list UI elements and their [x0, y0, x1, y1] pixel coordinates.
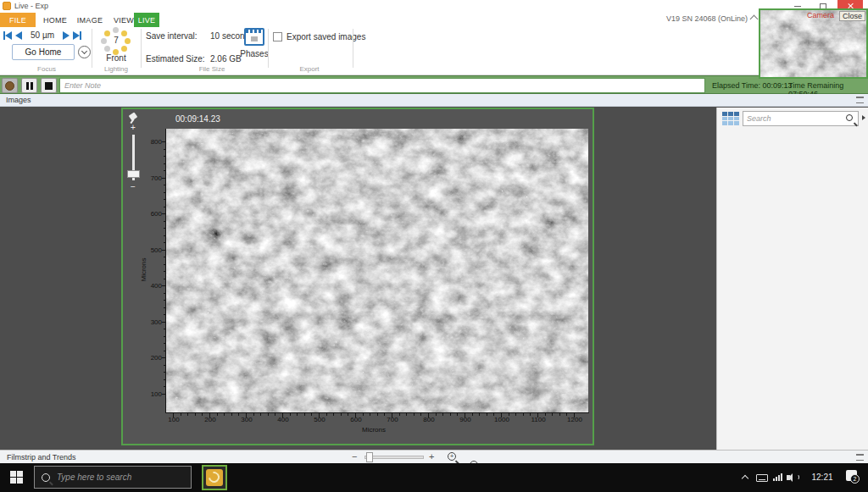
frame-timestamp: 00:09:14.23 [175, 114, 220, 124]
record-note-bar: Elapsed Time: 00:09:13 Time Remaining 07… [0, 75, 868, 94]
y-tick: 100 [128, 390, 162, 398]
sidebar-search-box [743, 111, 859, 126]
export-group-label: Export [280, 65, 339, 73]
app-window: Live - Exp FILE HOME IMAGE VIEW LIVE V19… [0, 0, 868, 492]
hidden-icons-chevron[interactable] [742, 475, 748, 482]
focus-step-value[interactable]: 50 µm [25, 30, 59, 40]
camera-close-button[interactable]: Close [839, 11, 865, 21]
filmstrip-bar: Filmstrip and Trends − + + − [0, 450, 868, 463]
focus-fine-up-button[interactable] [63, 31, 70, 40]
pause-icon [26, 82, 33, 90]
phases-button[interactable] [244, 28, 264, 46]
focus-fine-down-button[interactable] [15, 31, 22, 40]
tab-image[interactable]: IMAGE [73, 13, 107, 27]
images-panel-header: Images [0, 94, 868, 107]
y-tick: 200 [128, 354, 162, 362]
focus-coarse-up-button[interactable] [73, 31, 81, 40]
save-interval-label: Save interval: [146, 31, 198, 41]
start-button[interactable] [10, 471, 23, 484]
search-input[interactable] [747, 113, 840, 124]
ribbon-chrome: Live - Exp FILE HOME IMAGE VIEW LIVE V19… [0, 0, 868, 75]
clock[interactable]: 12:21 [807, 473, 837, 482]
collapse-filmstrip-icon[interactable] [856, 454, 864, 461]
x-tick: 1000 [485, 416, 519, 423]
thumbnail-grid-icon[interactable] [722, 112, 739, 125]
filmstrip-zoom-in-label[interactable]: + [429, 451, 434, 462]
action-center-icon[interactable]: 2 [846, 470, 857, 481]
filmstrip-zoom-out-label[interactable]: − [352, 451, 357, 462]
micrograph-image[interactable] [166, 129, 588, 412]
record-button[interactable] [2, 78, 18, 93]
lighting-group-label: Lighting [93, 65, 139, 73]
x-tick: 800 [412, 416, 446, 423]
filmstrip-zoom-slider-track[interactable] [364, 456, 424, 459]
live-image-panel: + − 00:09:14.23 800 700 600 500 400 300 … [121, 108, 594, 445]
images-panel-title: Images [6, 96, 31, 104]
x-axis-title: Microns [340, 426, 408, 434]
x-tick: 700 [376, 416, 409, 423]
skip-back-icon [5, 31, 12, 40]
phases-label: Phases [238, 49, 270, 58]
tab-live[interactable]: LIVE [134, 13, 159, 27]
stop-button[interactable] [41, 78, 57, 93]
volume-icon[interactable] [787, 473, 798, 482]
file-size-group-label: File Size [182, 65, 242, 73]
y-tick: 300 [128, 318, 162, 326]
touch-keyboard-icon[interactable] [756, 474, 768, 482]
y-tick: 600 [128, 210, 162, 218]
search-icon[interactable] [846, 114, 853, 121]
lighting-value: 7 [102, 36, 131, 45]
export-saved-images-label: Export saved images [287, 32, 365, 41]
camera-preview[interactable]: Camera Close [759, 8, 868, 79]
filmstrip-zoom-slider-thumb[interactable] [366, 452, 373, 462]
focus-more-button[interactable] [78, 46, 91, 58]
tab-file[interactable]: FILE [0, 13, 36, 27]
collapse-panel-icon[interactable] [856, 97, 864, 103]
y-tick: 800 [128, 138, 162, 146]
camera-label: Camera [807, 11, 834, 19]
chevron-down-icon [81, 48, 87, 54]
y-axis-title: Microns [140, 253, 147, 287]
window-title: Live - Exp [14, 2, 48, 10]
taskbar-search-input[interactable] [57, 473, 191, 482]
x-tick: 900 [448, 416, 482, 423]
pause-button[interactable] [21, 78, 37, 93]
focus-coarse-down-button[interactable] [3, 31, 12, 40]
lighting-mode-label: Front [97, 53, 136, 63]
skip-forward-icon [73, 31, 80, 40]
collapse-ribbon-icon[interactable] [750, 15, 759, 24]
lighting-ring[interactable]: 7 [102, 29, 131, 54]
go-home-button[interactable]: Go Home [12, 44, 75, 60]
zoom-in-icon[interactable]: + [448, 452, 456, 461]
x-tick: 400 [266, 416, 300, 423]
x-tick: 1200 [558, 416, 592, 423]
app-icon [206, 469, 223, 486]
focus-group-label: Focus [17, 65, 76, 73]
windows-taskbar: 12:21 2 [0, 463, 868, 492]
viewer-zoom-out-label[interactable]: − [128, 182, 138, 191]
estimated-size-value: 2.06 GB [210, 54, 242, 64]
filmstrip-title: Filmstrip and Trends [7, 453, 76, 462]
workspace: + − 00:09:14.23 800 700 600 500 400 300 … [0, 107, 868, 450]
notification-badge: 2 [850, 474, 860, 484]
network-icon[interactable] [773, 473, 782, 481]
y-tick: 700 [128, 174, 162, 182]
x-tick: 300 [230, 416, 264, 423]
title-bar: Live - Exp [0, 0, 868, 13]
note-input[interactable] [59, 78, 705, 93]
x-tick: 1100 [521, 416, 555, 423]
viewer-zoom-in-label[interactable]: + [128, 123, 138, 132]
images-sidebar [716, 108, 868, 450]
x-tick: 200 [193, 416, 227, 423]
record-icon [5, 81, 14, 91]
calendar-icon [246, 30, 263, 33]
device-status: V19 SN 24068 (OnLine) [653, 14, 748, 23]
export-saved-images-checkbox[interactable] [273, 32, 282, 41]
taskbar-search-box[interactable] [34, 466, 192, 489]
search-icon [42, 473, 50, 482]
sidebar-pin-icon[interactable] [862, 115, 865, 120]
taskbar-app-button[interactable] [202, 465, 227, 490]
tab-home[interactable]: HOME [39, 13, 71, 27]
x-tick: 600 [339, 416, 373, 423]
focus-step-controls: 50 µm [3, 30, 81, 40]
